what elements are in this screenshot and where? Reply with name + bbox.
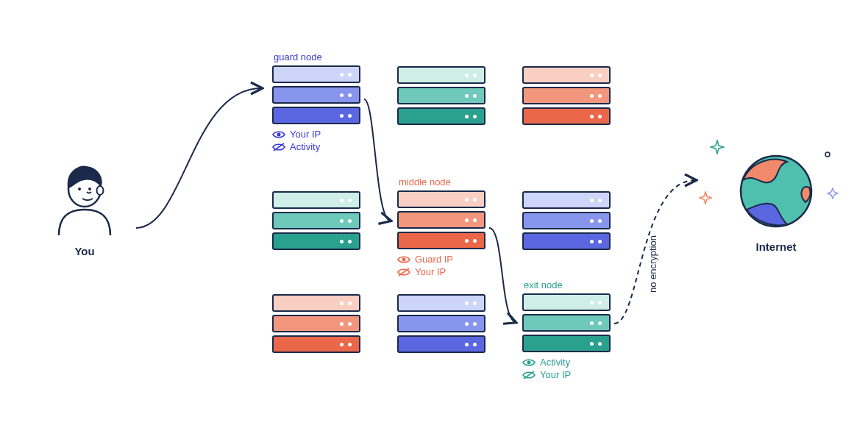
server-unit — [522, 66, 611, 84]
eye-icon — [397, 254, 410, 265]
server-unit — [522, 107, 611, 125]
exit-node-stack: exit node Activity Your IP — [522, 279, 611, 380]
guard-visibility: Your IP Activity — [272, 129, 360, 152]
eye-slash-icon — [397, 267, 410, 277]
guard-node-stack: guard node Your IP Activity — [272, 51, 360, 152]
server-unit — [522, 212, 611, 229]
visible-row: Activity — [522, 357, 611, 368]
sparkle-icon — [699, 191, 712, 204]
server-unit — [522, 335, 611, 352]
eye-icon — [522, 357, 536, 368]
hidden-label: Activity — [290, 141, 320, 152]
server-stack — [397, 294, 485, 356]
server-stack — [522, 66, 611, 128]
server-stack — [522, 191, 611, 253]
server-unit — [522, 314, 611, 332]
visible-label: Activity — [540, 357, 570, 368]
server-unit — [397, 315, 485, 332]
server-unit — [522, 293, 611, 311]
middle-visibility: Guard IP Your IP — [397, 254, 485, 277]
server-unit — [397, 107, 485, 125]
sparkle-icon — [827, 188, 839, 199]
hidden-label: Your IP — [415, 266, 446, 277]
server-unit — [272, 315, 360, 332]
sparkle-icon — [710, 140, 725, 154]
server-unit — [397, 66, 485, 84]
hidden-row: Your IP — [522, 369, 611, 380]
server-unit — [397, 211, 485, 229]
internet-illustration: Internet — [725, 151, 828, 253]
hidden-row: Activity — [272, 141, 360, 152]
svg-point-1 — [97, 186, 104, 195]
server-unit — [272, 294, 360, 312]
server-unit — [522, 87, 611, 104]
person-icon — [44, 158, 125, 239]
server-unit — [272, 107, 360, 124]
server-unit — [397, 232, 485, 249]
server-unit — [397, 190, 485, 208]
visible-label: Your IP — [290, 129, 321, 140]
server-unit — [272, 335, 360, 353]
server-stack — [397, 66, 485, 128]
eye-slash-icon — [272, 142, 285, 152]
server-stack — [272, 294, 360, 356]
svg-point-4 — [402, 257, 406, 261]
eye-slash-icon — [522, 370, 536, 380]
guard-node-title: guard node — [272, 51, 360, 63]
visible-row: Guard IP — [397, 254, 485, 265]
user-label: You — [40, 245, 129, 257]
svg-point-9 — [825, 152, 830, 157]
server-unit — [272, 232, 360, 250]
internet-label: Internet — [725, 240, 828, 253]
eye-icon — [272, 129, 285, 140]
hidden-row: Your IP — [397, 266, 485, 277]
sparkle-icon — [824, 151, 831, 158]
visible-label: Guard IP — [415, 254, 453, 265]
visible-row: Your IP — [272, 129, 360, 140]
server-unit — [272, 65, 360, 83]
server-unit — [397, 294, 485, 312]
svg-point-2 — [277, 132, 281, 136]
user-illustration: You — [40, 158, 129, 257]
server-unit — [522, 191, 611, 209]
svg-point-6 — [527, 360, 531, 364]
exit-node-title: exit node — [522, 279, 611, 290]
globe-icon — [736, 151, 817, 232]
hidden-label: Your IP — [540, 369, 571, 380]
exit-visibility: Activity Your IP — [522, 357, 611, 380]
no-encryption-label: no encryption — [647, 235, 658, 293]
server-unit — [397, 87, 485, 104]
server-unit — [397, 335, 485, 353]
middle-node-stack: middle node Guard IP Your IP — [397, 176, 485, 277]
server-unit — [272, 191, 360, 209]
server-stack — [272, 191, 360, 253]
middle-node-title: middle node — [397, 176, 485, 188]
server-unit — [522, 232, 611, 250]
server-unit — [272, 212, 360, 229]
server-unit — [272, 86, 360, 104]
